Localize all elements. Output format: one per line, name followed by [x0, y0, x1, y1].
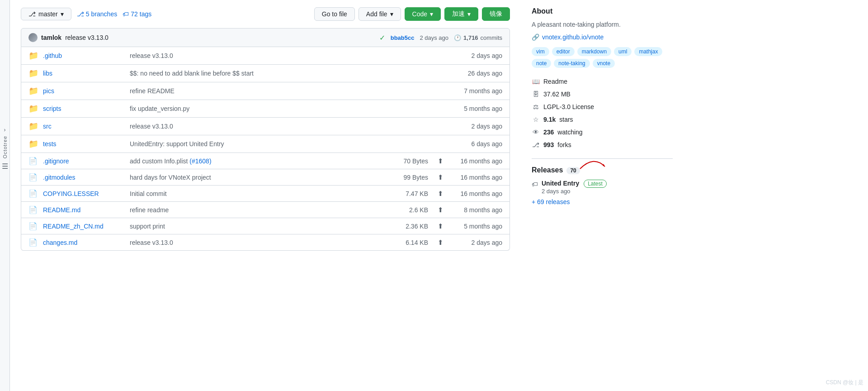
license-value: LGPL-3.0 License: [543, 103, 594, 110]
file-age: 2 days ago: [453, 123, 502, 130]
code-button[interactable]: Code ▾: [405, 7, 441, 21]
about-website-link[interactable]: 🔗 vnotex.github.io/vnote: [532, 33, 673, 41]
releases-header: Releases 70: [532, 166, 673, 174]
commit-pr-link[interactable]: (#1608): [189, 157, 211, 165]
forks-count: 993: [543, 141, 554, 148]
forks-stat[interactable]: ⎇ 993 forks: [532, 138, 673, 151]
file-name-link[interactable]: .gitignore: [43, 157, 124, 165]
jiasu-dropdown-icon: ▾: [467, 10, 471, 18]
file-name-link[interactable]: README_zh_CN.md: [43, 223, 124, 230]
octotree-expand-icon[interactable]: ›: [4, 127, 6, 133]
add-file-button[interactable]: Add file ▾: [359, 7, 401, 21]
release-name: United Entry: [542, 180, 579, 187]
release-name-row: United Entry Latest: [542, 180, 607, 187]
branch-select-button[interactable]: ⎇ master ▾: [21, 8, 71, 20]
jingxiang-button[interactable]: 镜像: [482, 7, 510, 21]
table-row: 📄 changes.md release v3.13.0 6.14 KB ⬆ 2…: [21, 234, 509, 250]
folder-icon: 📁: [28, 139, 38, 149]
upload-icon: ⬆: [434, 238, 447, 247]
file-commit-message: release v3.13.0: [130, 123, 447, 130]
avatar: [28, 33, 38, 42]
license-stat[interactable]: ⚖ LGPL-3.0 License: [532, 100, 673, 113]
commit-bar: tamlok release v3.13.0 ✓ bbab5cc 2 days …: [21, 28, 510, 47]
commit-check-icon: ✓: [379, 33, 385, 42]
file-table: 📁 .github release v3.13.0 2 days ago 📁 l…: [21, 47, 510, 251]
file-name-link[interactable]: .github: [43, 52, 124, 59]
go-to-file-button[interactable]: Go to file: [314, 7, 355, 21]
folder-icon: 📁: [28, 51, 38, 61]
table-row: 📁 pics refine README 7 months ago: [21, 82, 509, 100]
release-item: 🏷 United Entry Latest 2 days ago: [532, 180, 673, 195]
file-age: 5 months ago: [453, 223, 502, 230]
branches-link[interactable]: ⎇ 5 branches: [77, 10, 117, 18]
file-commit-message: release v3.13.0: [130, 239, 391, 246]
file-name-link[interactable]: scripts: [43, 105, 124, 112]
commit-hash-link[interactable]: bbab5cc: [391, 34, 415, 41]
main-content: ⎇ master ▾ ⎇ 5 branches 🏷 72 tags Go to …: [10, 0, 521, 391]
file-doc-icon: 📄: [28, 157, 38, 165]
about-title: About: [532, 7, 673, 15]
file-name-link[interactable]: COPYING.LESSER: [43, 190, 124, 197]
tag-vim[interactable]: vim: [532, 47, 549, 56]
tag-markdown[interactable]: markdown: [577, 47, 611, 56]
file-name-link[interactable]: README.md: [43, 206, 124, 214]
upload-icon: ⬆: [434, 173, 447, 181]
tags-list: vim editor markdown uml mathjax note not…: [532, 47, 673, 68]
readme-stat[interactable]: 📖 Readme: [532, 75, 673, 88]
fork-icon: ⎇: [532, 141, 540, 148]
file-doc-icon: 📄: [28, 205, 38, 214]
watching-stat[interactable]: 👁 236 watching: [532, 126, 673, 138]
tag-editor[interactable]: editor: [552, 47, 575, 56]
tags-link[interactable]: 🏷 72 tags: [123, 10, 151, 18]
about-link-text: vnotex.github.io/vnote: [542, 33, 604, 41]
file-commit-message: $$: no need to add blank line before $$ …: [130, 70, 447, 77]
more-releases-link[interactable]: + 69 releases: [532, 198, 570, 205]
folder-icon: 📁: [28, 104, 38, 114]
commit-author-name[interactable]: tamlok: [41, 34, 61, 41]
commit-count-area: 🕐 1,716 commits: [454, 34, 502, 41]
release-name-link[interactable]: United Entry: [542, 180, 581, 187]
file-name-link[interactable]: .gitmodules: [43, 174, 124, 181]
file-name-link[interactable]: changes.md: [43, 239, 124, 246]
svg-marker-0: [603, 164, 605, 167]
file-commit-message: support print: [130, 223, 391, 230]
file-doc-icon: 📄: [28, 173, 38, 181]
jiasu-button[interactable]: 加速 ▾: [444, 7, 478, 21]
tag-note-taking[interactable]: note-taking: [554, 59, 590, 68]
table-row: 📁 scripts fix update_version.py 5 months…: [21, 100, 509, 118]
file-name-link[interactable]: libs: [43, 70, 124, 77]
releases-link[interactable]: Releases: [532, 166, 563, 174]
clock-icon: 🕐: [454, 34, 461, 41]
link-icon: 🔗: [532, 33, 539, 41]
tag-vnote[interactable]: vnote: [593, 59, 615, 68]
file-name-link[interactable]: src: [43, 123, 124, 130]
file-commit-message: refine readme: [130, 206, 391, 214]
toolbar-right-buttons: Go to file Add file ▾ Code ▾ 加速 ▾ 镜像: [314, 7, 510, 21]
table-row: 📄 .gitignore add custom Info.plist (#160…: [21, 153, 509, 169]
stars-count: 9.1k: [543, 116, 556, 123]
octotree-sidebar[interactable]: › Octotree ☰: [0, 0, 10, 391]
branch-tags-area: ⎇ 5 branches 🏷 72 tags: [77, 10, 151, 18]
scale-icon: ⚖: [532, 103, 540, 110]
commit-author-area: tamlok release v3.13.0: [28, 33, 108, 42]
tags-label: tags: [140, 10, 151, 18]
file-age: 2 days ago: [453, 239, 502, 246]
octotree-menu-icon[interactable]: ☰: [2, 162, 8, 171]
tag-release-icon: 🏷: [532, 181, 538, 188]
upload-icon: ⬆: [434, 157, 447, 165]
file-name-link[interactable]: pics: [43, 87, 124, 95]
arrow-annotation-svg: [576, 153, 612, 171]
stars-stat[interactable]: ☆ 9.1k stars: [532, 113, 673, 126]
file-commit-message: UnitedEntry: support United Entry: [130, 140, 447, 148]
watching-count: 236: [543, 129, 554, 136]
tag-note[interactable]: note: [532, 59, 551, 68]
add-file-label: Add file: [366, 10, 387, 18]
file-age: 8 months ago: [453, 206, 502, 214]
tag-mathjax[interactable]: mathjax: [634, 47, 662, 56]
tag-uml[interactable]: uml: [614, 47, 632, 56]
jiasu-label: 加速: [452, 10, 465, 18]
file-name-link[interactable]: tests: [43, 140, 124, 148]
upload-icon: ⬆: [434, 206, 447, 214]
file-age: 16 months ago: [453, 157, 502, 165]
file-size: 70 Bytes: [396, 157, 428, 165]
